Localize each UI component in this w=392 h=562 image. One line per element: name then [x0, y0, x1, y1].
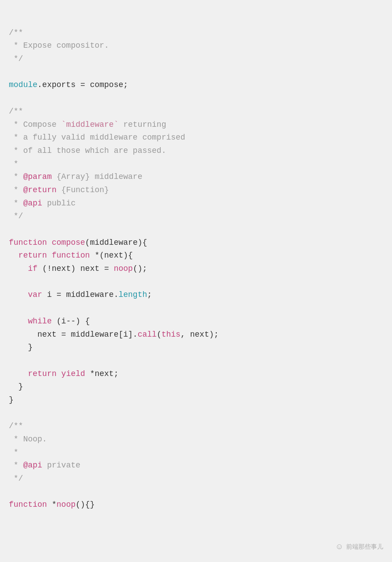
call-args2: , next); [181, 330, 219, 339]
yield-space [57, 369, 61, 378]
compose-def [47, 238, 52, 247]
call-method: call [138, 330, 157, 339]
noop-comment-5: */ [9, 474, 23, 483]
return-stmt [9, 251, 19, 260]
comment-line-6: * a fully valid middleware comprised [9, 133, 185, 142]
noop-name: noop [57, 500, 75, 509]
watermark-icon: ☺ [335, 540, 343, 553]
function-keyword: function [9, 238, 47, 247]
if-keyword: if [28, 264, 38, 273]
close-while-brace: } [9, 343, 33, 352]
var-stmt [9, 290, 28, 299]
comment-line-8: * [9, 159, 19, 168]
code-block: /** * Expose compositor. */ module.expor… [9, 13, 383, 525]
length-prop: length [118, 290, 147, 299]
code-container: /** * Expose compositor. */ module.expor… [0, 0, 392, 562]
comment-line-7: * of all those which are passed. [9, 146, 166, 155]
noop-comment-2: * Noop. [9, 435, 47, 444]
yield-star-next: *next; [85, 369, 119, 378]
if-stmt [9, 264, 28, 273]
fn-space [47, 251, 52, 260]
comment-line-9: */ [9, 212, 23, 220]
comment-api: * @api public [9, 199, 75, 208]
while-cond: (i--) { [52, 317, 90, 326]
return-yield [9, 369, 28, 378]
noop-comment-4: * @api private [9, 461, 80, 470]
exports-text: .exports = compose; [38, 80, 128, 89]
compose-name: compose [52, 238, 85, 247]
call-args1: ( [157, 330, 162, 339]
close-return-brace: } [9, 382, 23, 391]
comment-param: * @param {Array} middleware [9, 172, 142, 181]
if-cond: (!next) next = [38, 264, 114, 273]
compose-params: (middleware){ [85, 238, 147, 247]
return-keyword2: return [28, 369, 57, 378]
noop-star: * [47, 500, 57, 509]
semi1: ; [147, 290, 152, 299]
comment-line-2: * Expose compositor. [9, 41, 109, 50]
while-keyword: while [28, 317, 52, 326]
function-keyword2: function [52, 251, 90, 260]
comment-line-3: */ [9, 54, 23, 63]
yield-keyword: yield [61, 369, 85, 378]
generator-star: *(next){ [90, 251, 133, 260]
noop-comment-3: * [9, 448, 19, 457]
var-decl: i = middleware. [42, 290, 119, 299]
comment-line-4: /** [9, 107, 23, 116]
next-assign: next = middleware[i]. [9, 330, 138, 339]
close-fn-brace: } [9, 395, 14, 404]
noop-comment-1: /** [9, 422, 23, 430]
comment-return: * @return {Function} [9, 186, 109, 194]
watermark: ☺ 前端那些事儿 [335, 540, 383, 553]
noop-call: noop [114, 264, 133, 273]
module-keyword: module [9, 80, 38, 89]
return-keyword: return [19, 251, 47, 260]
noop-body: (){} [75, 500, 94, 509]
if-end: (); [133, 264, 147, 273]
comment-line-1: /** [9, 28, 23, 37]
watermark-text: 前端那些事儿 [346, 542, 383, 551]
comment-line-5: * Compose `middleware` returning [9, 120, 166, 129]
noop-function-keyword: function [9, 500, 47, 509]
var-keyword: var [28, 290, 42, 299]
this-keyword: this [162, 330, 181, 339]
while-stmt [9, 317, 28, 326]
